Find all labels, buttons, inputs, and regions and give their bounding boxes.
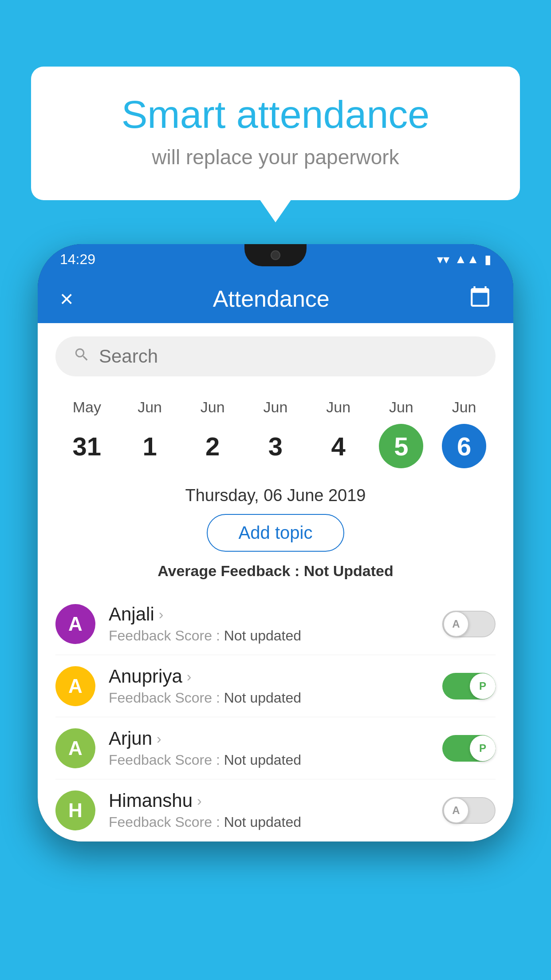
chevron-icon: › — [197, 793, 202, 809]
search-input[interactable] — [99, 346, 478, 367]
attendance-toggle-0[interactable]: A — [442, 611, 496, 637]
student-item-3[interactable]: HHimanshu ›Feedback Score : Not updatedA — [55, 779, 496, 842]
avatar-2: A — [55, 728, 95, 768]
cal-month-label: Jun — [326, 399, 350, 416]
selected-date: Thursday, 06 June 2019 — [55, 486, 496, 505]
student-info-1: Anupriya ›Feedback Score : Not updated — [109, 666, 429, 706]
student-item-1[interactable]: AAnupriya ›Feedback Score : Not updatedP — [55, 655, 496, 717]
chevron-icon: › — [159, 606, 164, 623]
calendar-day-5[interactable]: Jun5 — [374, 399, 428, 468]
attendance-toggle-3[interactable]: A — [442, 797, 496, 824]
signal-icon: ▲▲ — [455, 252, 479, 266]
cal-day-num[interactable]: 4 — [316, 424, 361, 468]
toggle-knob-3: A — [443, 798, 469, 823]
speech-bubble-subtitle: will replace your paperwork — [67, 145, 484, 169]
cal-day-num[interactable]: 6 — [442, 424, 486, 468]
calendar-day-4[interactable]: Jun4 — [312, 399, 365, 468]
front-camera — [271, 250, 280, 260]
attendance-toggle-1[interactable]: P — [442, 673, 496, 699]
attendance-toggle-2[interactable]: P — [442, 735, 496, 762]
add-topic-button[interactable]: Add topic — [207, 514, 345, 552]
toggle-knob-2: P — [470, 735, 496, 761]
cal-day-num[interactable]: 1 — [128, 424, 172, 468]
calendar-day-2[interactable]: Jun2 — [186, 399, 239, 468]
status-icons: ▾▾ ▲▲ ▮ — [437, 252, 491, 267]
phone-frame: 14:29 ▾▾ ▲▲ ▮ × Attendance — [38, 244, 513, 842]
speech-bubble-container: Smart attendance will replace your paper… — [31, 67, 520, 200]
cal-month-label: Jun — [264, 399, 288, 416]
chevron-icon: › — [157, 731, 161, 747]
cal-day-num[interactable]: 3 — [253, 424, 298, 468]
phone-screen: 14:29 ▾▾ ▲▲ ▮ × Attendance — [38, 244, 513, 842]
speech-bubble-title: Smart attendance — [67, 93, 484, 136]
close-button[interactable]: × — [60, 285, 73, 312]
cal-day-num[interactable]: 5 — [379, 424, 423, 468]
avg-feedback-label: Average Feedback : — [157, 562, 299, 579]
calendar-day-6[interactable]: Jun6 — [437, 399, 491, 468]
student-list: AAnjali ›Feedback Score : Not updatedAAA… — [55, 593, 496, 842]
search-icon — [73, 346, 90, 367]
search-bar[interactable] — [55, 336, 496, 376]
status-time: 14:29 — [60, 251, 95, 268]
calendar-day-3[interactable]: Jun3 — [249, 399, 302, 468]
wifi-icon: ▾▾ — [437, 252, 449, 267]
chevron-icon: › — [187, 668, 192, 685]
battery-icon: ▮ — [484, 252, 491, 267]
student-info-3: Himanshu ›Feedback Score : Not updated — [109, 790, 429, 830]
cal-month-label: Jun — [138, 399, 162, 416]
calendar-day-1[interactable]: Jun1 — [123, 399, 177, 468]
avatar-0: A — [55, 604, 95, 644]
avg-feedback: Average Feedback : Not Updated — [55, 562, 496, 580]
calendar-strip: May31Jun1Jun2Jun3Jun4Jun5Jun6 — [55, 390, 496, 482]
feedback-score-3: Feedback Score : Not updated — [109, 814, 429, 830]
cal-month-label: Jun — [201, 399, 225, 416]
feedback-score-1: Feedback Score : Not updated — [109, 690, 429, 706]
toggle-knob-1: P — [470, 673, 496, 699]
student-info-0: Anjali ›Feedback Score : Not updated — [109, 604, 429, 644]
student-info-2: Arjun ›Feedback Score : Not updated — [109, 728, 429, 768]
student-name-2: Arjun › — [109, 728, 429, 749]
student-name-1: Anupriya › — [109, 666, 429, 687]
app-bar-title: Attendance — [91, 285, 451, 312]
cal-month-label: May — [73, 399, 101, 416]
phone-body: 14:29 ▾▾ ▲▲ ▮ × Attendance — [38, 244, 513, 842]
app-bar: × Attendance — [38, 274, 513, 323]
feedback-score-0: Feedback Score : Not updated — [109, 628, 429, 644]
content-area: May31Jun1Jun2Jun3Jun4Jun5Jun6 Thursday, … — [38, 323, 513, 842]
speech-bubble: Smart attendance will replace your paper… — [31, 67, 520, 200]
avatar-1: A — [55, 666, 95, 706]
student-name-0: Anjali › — [109, 604, 429, 625]
feedback-score-2: Feedback Score : Not updated — [109, 752, 429, 768]
student-item-0[interactable]: AAnjali ›Feedback Score : Not updatedA — [55, 593, 496, 655]
toggle-knob-0: A — [443, 611, 469, 637]
avatar-3: H — [55, 790, 95, 830]
calendar-icon[interactable] — [469, 285, 491, 312]
avg-feedback-value: Not Updated — [304, 562, 394, 579]
phone-notch — [244, 244, 307, 266]
cal-month-label: Jun — [452, 399, 476, 416]
cal-day-num[interactable]: 31 — [65, 424, 109, 468]
cal-month-label: Jun — [389, 399, 413, 416]
cal-day-num[interactable]: 2 — [190, 424, 235, 468]
calendar-day-0[interactable]: May31 — [60, 399, 114, 468]
student-item-2[interactable]: AArjun ›Feedback Score : Not updatedP — [55, 717, 496, 779]
student-name-3: Himanshu › — [109, 790, 429, 811]
